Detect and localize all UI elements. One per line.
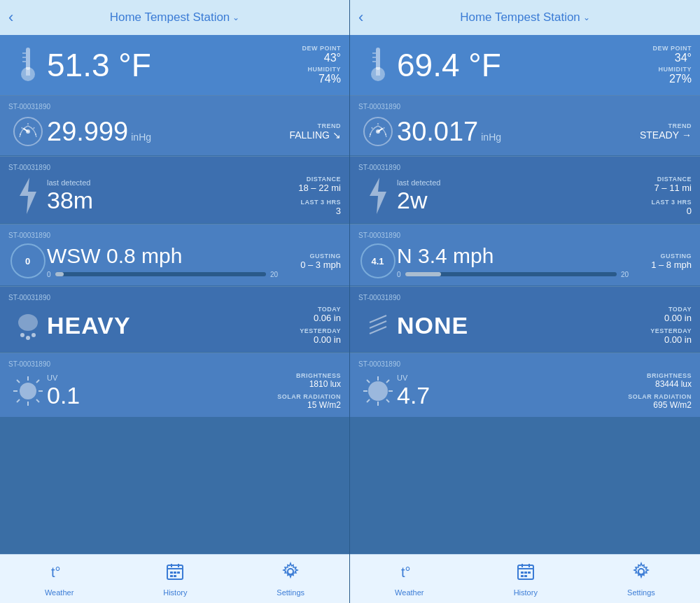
right-wind-station: ST-00031890 (358, 232, 692, 239)
right-chevron-icon[interactable]: ⌄ (583, 13, 590, 22)
right-pressure-station: ST-00031890 (358, 103, 692, 111)
right-distance-label: DISTANCE (651, 176, 692, 183)
right-solar-label: SOLAR RADIATION (628, 393, 692, 400)
left-gusting-value: 0 – 3 mph (278, 260, 341, 270)
left-uv-data: UV 0.1 (47, 374, 277, 409)
svg-text:t°: t° (401, 565, 411, 580)
right-gusting-value: 1 – 8 mph (629, 260, 692, 270)
right-header: ‹ Home Tempest Station ⌄ (350, 0, 700, 35)
left-lightning-label: last detected (47, 178, 298, 187)
left-bar-min: 0 (47, 271, 51, 278)
right-pressure-card: ST-00031890 (350, 96, 700, 156)
left-solar-label: SOLAR RADIATION (277, 393, 341, 400)
right-humidity-value: 27% (629, 73, 692, 85)
left-back-button[interactable]: ‹ (8, 8, 13, 27)
right-lightning-station: ST-00031890 (358, 164, 692, 171)
left-sun-icon (8, 374, 47, 409)
left-weather-icon: t° (50, 562, 69, 586)
svg-point-19 (20, 383, 36, 399)
right-pressure-unit: inHg (481, 132, 501, 143)
right-settings-label: Settings (627, 588, 655, 597)
left-humidity-value: 74% (278, 73, 341, 85)
svg-line-27 (17, 399, 20, 402)
left-dew-label: DEW POINT (278, 45, 341, 52)
svg-rect-72 (524, 572, 527, 574)
left-brightness-value: 1810 lux (277, 379, 341, 389)
right-brightness-value: 83444 lux (628, 379, 692, 389)
right-pressure-value: 30.017 (397, 117, 478, 147)
left-nav-settings[interactable]: Settings (276, 562, 304, 597)
svg-rect-5 (26, 67, 30, 76)
left-wind-value: WSW 0.8 mph (47, 244, 278, 268)
right-history-icon (516, 562, 536, 586)
left-rain-icon (8, 308, 47, 342)
left-lightning-main: last detected 38m DISTANCE 18 – 22 mi LA… (8, 176, 341, 216)
left-rain-card: ST-00031890 HEAVY TODAY 0.06 (0, 287, 349, 353)
svg-rect-44 (376, 67, 380, 76)
right-solar-value: 695 W/m2 (628, 400, 692, 410)
svg-rect-73 (528, 572, 531, 574)
left-lightning-card: ST-00031890 last detected 38m DISTANCE 1… (0, 157, 349, 224)
left-weather-label: Weather (45, 588, 74, 597)
left-rain-data: HEAVY (47, 312, 278, 339)
right-history-label: History (514, 588, 538, 597)
left-nav-weather[interactable]: t° Weather (45, 562, 74, 597)
left-compass-icon: 0 (8, 243, 47, 278)
right-bar-min: 0 (397, 271, 401, 278)
svg-line-65 (367, 399, 370, 402)
left-last3hrs-label: LAST 3 HRS (298, 199, 341, 206)
left-nav-history[interactable]: History (163, 562, 187, 597)
left-pressure-main: 29.999 inHg TREND FALLING ↘ (8, 115, 341, 148)
left-header: ‹ Home Tempest Station ⌄ (0, 0, 349, 35)
svg-rect-36 (170, 575, 173, 577)
right-humidity-label: HUMIDITY (629, 66, 692, 73)
left-rain-intensity: HEAVY (47, 312, 278, 339)
right-temp-value: 69.4 °F (397, 49, 629, 81)
right-sun-icon (358, 374, 397, 409)
svg-rect-37 (174, 575, 176, 577)
right-rain-side: TODAY 0.00 in YESTERDAY 0.00 in (629, 306, 692, 345)
left-wind-gusting: GUSTING 0 – 3 mph (278, 253, 341, 270)
right-back-button[interactable]: ‹ (358, 8, 363, 27)
svg-rect-71 (521, 572, 524, 574)
left-temp-value: 51.3 °F (47, 49, 278, 81)
right-pressure-main: 30.017 inHg TREND STEADY → (358, 115, 692, 148)
right-compass-val: 4.1 (371, 256, 384, 267)
right-temp-data: 69.4 °F (397, 49, 629, 81)
left-chevron-icon[interactable]: ⌄ (232, 13, 239, 22)
left-temp-meta: DEW POINT 43° HUMIDITY 74% (278, 45, 341, 85)
left-trend-value: FALLING ↘ (278, 129, 341, 141)
left-header-title: Home Tempest Station ⌄ (110, 10, 240, 24)
left-last3hrs-value: 3 (298, 206, 341, 216)
svg-line-11 (22, 127, 22, 129)
left-panel: ‹ Home Tempest Station ⌄ 51.3 °F (0, 0, 350, 603)
right-last3hrs-label: LAST 3 HRS (651, 199, 692, 206)
right-nav-settings[interactable]: Settings (627, 562, 655, 597)
right-rain-data: NONE (397, 312, 629, 339)
right-wind-bar-fill (405, 272, 441, 276)
right-uv-side: BRIGHTNESS 83444 lux SOLAR RADIATION 695… (628, 372, 692, 410)
left-humidity-label: HUMIDITY (278, 66, 341, 73)
right-nav-weather[interactable]: t° Weather (395, 562, 424, 597)
right-uv-station: ST-00031890 (358, 360, 692, 368)
left-bar-max: 20 (270, 271, 278, 278)
svg-line-26 (36, 380, 39, 383)
left-trend-label: TREND (278, 122, 341, 129)
right-lightning-card: ST-00031890 last detected 2w DISTANCE 7 … (350, 157, 700, 224)
right-wind-bar-track (405, 272, 617, 276)
right-last3hrs-value: 0 (651, 206, 692, 216)
right-pressure-data: 30.017 inHg (397, 117, 629, 147)
left-wind-bar: 0 20 (47, 271, 278, 278)
right-nav-history[interactable]: History (514, 562, 538, 597)
right-dew-value: 34° (629, 52, 692, 64)
right-content: 69.4 °F DEW POINT 34° HUMIDITY 27% ST-00… (350, 35, 700, 554)
right-wind-value: N 3.4 mph (397, 244, 629, 268)
left-wind-card: ST-00031890 0 WSW 0.8 mph 0 (0, 225, 349, 286)
svg-point-15 (18, 314, 38, 331)
left-brightness-label: BRIGHTNESS (277, 372, 341, 379)
right-weather-label: Weather (395, 588, 424, 597)
left-pressure-value: 29.999 (47, 117, 128, 147)
right-uv-card: ST-00031890 UV (350, 353, 700, 418)
right-wind-gusting: GUSTING 1 – 8 mph (629, 253, 692, 270)
left-compass-val: 0 (25, 256, 30, 267)
